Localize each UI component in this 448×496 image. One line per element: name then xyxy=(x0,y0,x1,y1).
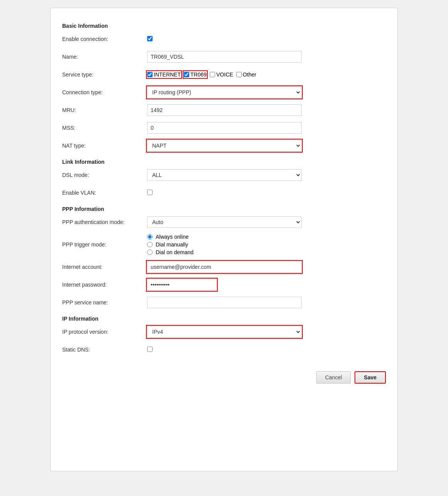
row-static-dns: Static DNS: xyxy=(62,343,386,356)
label-always-online: Always online xyxy=(156,234,189,240)
button-row: Cancel Save xyxy=(62,367,386,384)
checkbox-enable-connection[interactable] xyxy=(147,36,153,41)
area-mss xyxy=(147,122,386,134)
area-mru xyxy=(147,104,386,116)
label-dsl-mode: DSL mode: xyxy=(62,172,147,178)
row-service-type: Service type: INTERNET TR069 VOICE Other xyxy=(62,68,386,81)
row-nat-type: NAT type: NAPT NAT None xyxy=(62,139,386,152)
label-mru: MRU: xyxy=(62,107,147,113)
input-ppp-service-name[interactable] xyxy=(147,297,302,308)
radio-item-dial-manually: Dial manually xyxy=(147,241,386,248)
area-ppp-service-name xyxy=(147,297,386,308)
area-dsl-mode: ALL ADSL VDSL xyxy=(147,169,386,181)
row-internet-password: Internet password: xyxy=(62,279,386,291)
section-basic-info: Basic Information xyxy=(62,23,386,29)
row-ip-protocol-version: IP protocol version: IPv4 IPv6 IPv4/IPv6 xyxy=(62,326,386,338)
input-internet-account[interactable] xyxy=(147,261,302,273)
area-internet-account xyxy=(147,261,386,273)
area-ppp-auth-mode: Auto PAP CHAP MS-CHAP xyxy=(147,216,386,228)
checkbox-internet[interactable] xyxy=(147,72,153,77)
label-nat-type: NAT type: xyxy=(62,143,147,149)
label-static-dns: Static DNS: xyxy=(62,347,147,353)
row-ppp-trigger-mode: PPP trigger mode: Always online Dial man… xyxy=(62,234,386,255)
radio-dial-manually[interactable] xyxy=(147,242,153,247)
row-enable-vlan: Enable VLAN: xyxy=(62,187,386,199)
label-dial-on-demand: Dial on demand xyxy=(156,249,193,255)
checkbox-tr069[interactable] xyxy=(184,72,189,77)
checkbox-voice[interactable] xyxy=(210,72,215,77)
radio-always-online[interactable] xyxy=(147,234,153,240)
label-ip-protocol-version: IP protocol version: xyxy=(62,329,147,335)
label-service-type: Service type: xyxy=(62,71,147,78)
checkbox-static-dns[interactable] xyxy=(147,347,153,352)
radio-group-ppp-trigger: Always online Dial manually Dial on dema… xyxy=(147,234,386,255)
area-static-dns xyxy=(147,347,386,353)
label-name: Name: xyxy=(62,54,147,60)
input-mru[interactable] xyxy=(147,104,302,116)
service-voice-item: VOICE xyxy=(210,71,233,78)
section-link-info: Link Information xyxy=(62,159,386,165)
label-ppp-service-name: PPP service name: xyxy=(62,299,147,306)
row-mru: MRU: xyxy=(62,104,386,116)
row-internet-account: Internet account: xyxy=(62,261,386,273)
service-internet-item: INTERNET xyxy=(147,71,181,78)
area-connection-type: IP routing (PPP) IP routing (DHCP) Bridg… xyxy=(147,87,386,98)
area-service-type: INTERNET TR069 VOICE Other xyxy=(147,71,386,78)
area-internet-password xyxy=(147,279,386,290)
row-enable-connection: Enable connection: xyxy=(62,33,386,45)
select-nat-type[interactable]: NAPT NAT None xyxy=(147,140,302,151)
input-name[interactable] xyxy=(147,51,302,63)
row-connection-type: Connection type: IP routing (PPP) IP rou… xyxy=(62,86,386,99)
select-dsl-mode[interactable]: ALL ADSL VDSL xyxy=(147,169,302,181)
label-enable-vlan: Enable VLAN: xyxy=(62,190,147,196)
radio-item-dial-on-demand: Dial on demand xyxy=(147,249,386,255)
radio-dial-on-demand[interactable] xyxy=(147,250,153,255)
checkbox-enable-vlan[interactable] xyxy=(147,190,153,195)
area-enable-connection xyxy=(147,36,386,42)
radio-item-always-online: Always online xyxy=(147,234,386,240)
label-voice: VOICE xyxy=(216,71,233,78)
label-mss: MSS: xyxy=(62,125,147,131)
section-ip-info: IP Information xyxy=(62,316,386,322)
form-container: Basic Information Enable connection: Nam… xyxy=(50,8,398,471)
label-internet-account: Internet account: xyxy=(62,264,147,270)
checkbox-other[interactable] xyxy=(236,72,242,77)
row-ppp-auth-mode: PPP authentication mode: Auto PAP CHAP M… xyxy=(62,216,386,228)
label-tr069: TR069 xyxy=(190,71,207,78)
label-connection-type: Connection type: xyxy=(62,89,147,95)
label-dial-manually: Dial manually xyxy=(156,241,188,248)
select-connection-type[interactable]: IP routing (PPP) IP routing (DHCP) Bridg… xyxy=(147,87,302,98)
label-ppp-auth-mode: PPP authentication mode: xyxy=(62,219,147,225)
area-ip-protocol-version: IPv4 IPv6 IPv4/IPv6 xyxy=(147,326,386,338)
select-ppp-auth-mode[interactable]: Auto PAP CHAP MS-CHAP xyxy=(147,216,302,228)
row-ppp-service-name: PPP service name: xyxy=(62,296,386,309)
cancel-button[interactable]: Cancel xyxy=(316,371,351,384)
row-mss: MSS: xyxy=(62,122,386,134)
row-dsl-mode: DSL mode: ALL ADSL VDSL xyxy=(62,169,386,181)
label-internet: INTERNET xyxy=(154,71,181,78)
label-enable-connection: Enable connection: xyxy=(62,36,147,42)
select-ip-protocol-version[interactable]: IPv4 IPv6 IPv4/IPv6 xyxy=(147,326,302,338)
area-enable-vlan xyxy=(147,190,386,196)
label-ppp-trigger-mode: PPP trigger mode: xyxy=(62,241,147,248)
label-internet-password: Internet password: xyxy=(62,282,147,288)
area-nat-type: NAPT NAT None xyxy=(147,140,386,151)
area-name xyxy=(147,51,386,63)
service-tr069-item: TR069 xyxy=(184,71,207,78)
area-ppp-trigger-mode: Always online Dial manually Dial on dema… xyxy=(147,234,386,255)
service-other-item: Other xyxy=(236,71,256,78)
row-name: Name: xyxy=(62,51,386,63)
save-button[interactable]: Save xyxy=(355,371,386,384)
section-ppp-info: PPP Information xyxy=(62,206,386,212)
label-other: Other xyxy=(243,71,256,78)
input-internet-password[interactable] xyxy=(147,279,217,290)
input-mss[interactable] xyxy=(147,122,302,134)
